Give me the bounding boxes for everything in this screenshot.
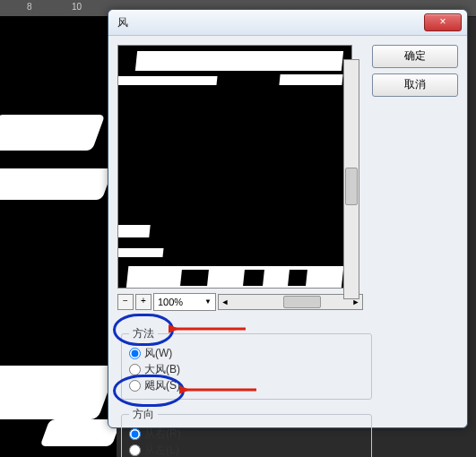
ok-button[interactable]: 确定 <box>372 45 458 68</box>
method-legend: 方法 <box>129 326 158 341</box>
direction-radio[interactable] <box>129 444 141 456</box>
zoom-out-button[interactable]: − <box>117 294 134 310</box>
dialog-title: 风 <box>114 15 128 30</box>
direction-label: 从左(L) <box>144 443 179 458</box>
direction-option-right[interactable]: 从右(R) <box>129 426 364 442</box>
document-canvas <box>0 16 117 457</box>
zoom-in-button[interactable]: + <box>135 294 151 310</box>
zoom-controls: − + 100% ▼ ◄ ► <box>117 292 363 312</box>
method-option-blast[interactable]: 大风(B) <box>129 361 364 377</box>
zoom-level-select[interactable]: 100% ▼ <box>153 293 216 311</box>
ruler-tick: 10 <box>72 2 82 12</box>
scroll-thumb[interactable] <box>283 296 321 308</box>
method-label: 飓风(S) <box>144 378 180 393</box>
zoom-level-value: 100% <box>158 294 183 310</box>
method-radio[interactable] <box>129 364 141 375</box>
preview-hscrollbar[interactable]: ◄ ► <box>218 294 363 310</box>
direction-group: 方向 从右(R) 从左(L) <box>121 407 372 457</box>
direction-legend: 方向 <box>129 407 158 422</box>
direction-radio[interactable] <box>129 428 141 440</box>
method-radio[interactable] <box>129 348 141 359</box>
preview-vscrollbar[interactable] <box>343 59 359 299</box>
method-label: 大风(B) <box>144 362 180 377</box>
wind-filter-dialog: 风 × − + 100% ▼ <box>108 9 468 428</box>
scroll-left-icon[interactable]: ◄ <box>219 296 231 308</box>
method-option-wind[interactable]: 风(W) <box>129 345 364 361</box>
ruler-tick: 8 <box>27 2 32 12</box>
cancel-button[interactable]: 取消 <box>372 73 458 97</box>
dialog-titlebar[interactable]: 风 × <box>108 10 467 36</box>
scroll-thumb[interactable] <box>345 168 358 205</box>
close-button[interactable]: × <box>424 13 462 31</box>
direction-option-left[interactable]: 从左(L) <box>129 442 364 457</box>
method-group: 方法 风(W) 大风(B) 飓风(S) <box>121 326 372 400</box>
close-icon: × <box>439 15 446 28</box>
method-label: 风(W) <box>144 346 172 361</box>
preview-image[interactable] <box>117 45 352 289</box>
direction-label: 从右(R) <box>144 427 181 442</box>
method-option-stagger[interactable]: 飓风(S) <box>129 377 364 393</box>
method-radio[interactable] <box>129 380 141 392</box>
chevron-down-icon: ▼ <box>204 294 212 310</box>
